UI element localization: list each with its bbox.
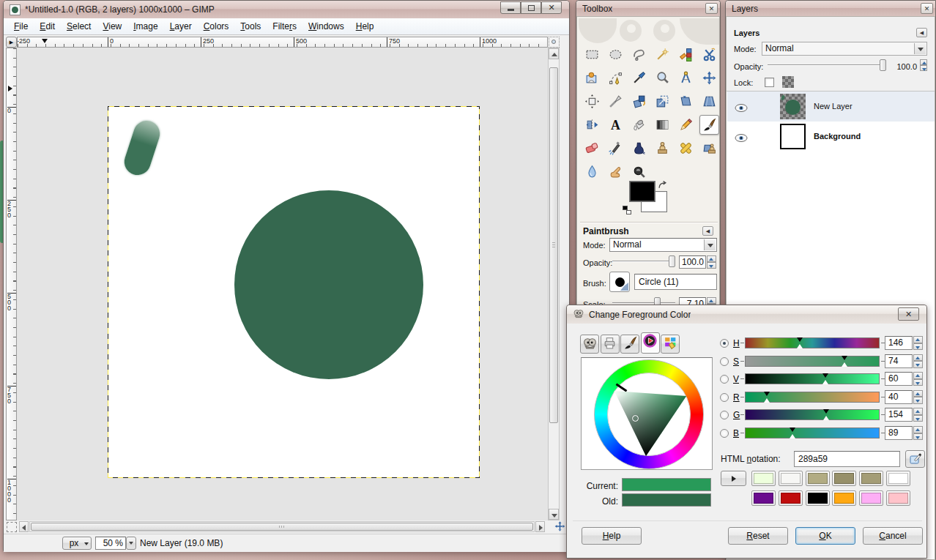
layer-opacity-spinner[interactable] — [920, 59, 927, 71]
foreground-color-swatch[interactable] — [629, 181, 655, 202]
history-swatch[interactable] — [832, 490, 856, 506]
history-swatch[interactable] — [859, 490, 883, 506]
layer-visible-icon[interactable] — [735, 102, 748, 115]
slider-value-b[interactable]: 89 — [885, 426, 913, 440]
radio-b[interactable] — [720, 429, 729, 438]
layer-name[interactable]: New Layer — [814, 102, 853, 111]
slider-value-r[interactable]: 40 — [885, 390, 913, 404]
paint-opacity-value[interactable]: 100.0 — [679, 255, 706, 269]
ok-button[interactable]: OK — [795, 527, 855, 545]
radio-v[interactable] — [720, 375, 729, 384]
tool-perspective-clone[interactable] — [699, 138, 719, 158]
close-button[interactable]: ✕ — [541, 1, 562, 14]
tool-clone[interactable] — [653, 138, 672, 158]
slider-spinner-h[interactable] — [913, 336, 923, 350]
vertical-ruler[interactable]: 02505007501000 — [6, 48, 17, 520]
tool-scissors-select[interactable] — [699, 45, 719, 64]
tool-perspective[interactable] — [699, 92, 719, 111]
tab-printer-selector[interactable] — [601, 335, 620, 354]
help-button[interactable]: Help — [582, 527, 642, 545]
layer-mode-dropdown-arrow[interactable] — [914, 43, 926, 54]
slider-marker-top[interactable] — [823, 409, 829, 414]
scroll-left-arrow[interactable] — [19, 521, 29, 532]
slider-value-s[interactable]: 74 — [885, 354, 913, 368]
tool-ellipse-select[interactable] — [606, 45, 625, 64]
maximize-button[interactable] — [521, 1, 541, 14]
menu-edit[interactable]: Edit — [34, 18, 61, 34]
tab-gimp-selector[interactable] — [580, 335, 599, 354]
tool-paths[interactable] — [606, 68, 625, 88]
slider-marker-bottom[interactable] — [842, 362, 847, 367]
menu-tools[interactable]: Tools — [234, 18, 267, 34]
menu-image[interactable]: Image — [127, 18, 163, 34]
tool-measure[interactable] — [676, 68, 696, 88]
tool-foreground-select[interactable] — [582, 68, 602, 88]
swap-colors-icon[interactable] — [658, 179, 667, 193]
tool-crop[interactable] — [606, 92, 625, 111]
tool-dodge-burn[interactable] — [629, 162, 649, 182]
layers-collapse-icon[interactable]: ◀ — [916, 28, 927, 37]
zoom-follow-icon[interactable] — [549, 37, 560, 48]
history-swatch[interactable] — [751, 490, 776, 506]
slider-marker-top[interactable] — [842, 356, 847, 360]
layer-mode-dropdown[interactable]: Normal — [762, 42, 927, 56]
paint-mode-dropdown[interactable]: Normal — [609, 238, 717, 252]
tool-blur-sharpen[interactable] — [582, 162, 602, 182]
minimize-button[interactable] — [500, 1, 521, 14]
tab-wheel-selector[interactable] — [641, 332, 660, 354]
radio-r[interactable] — [720, 393, 729, 402]
main-titlebar[interactable]: *Untitled-1.0 (RGB, 2 layers) 1000x1000 … — [4, 1, 569, 18]
slider-spinner-b[interactable] — [913, 426, 923, 440]
default-colors-icon[interactable] — [623, 206, 631, 214]
scroll-right-arrow[interactable] — [535, 521, 545, 532]
radio-g[interactable] — [720, 411, 729, 419]
slider-spinner-r[interactable] — [913, 390, 923, 404]
slider-marker-bottom[interactable] — [797, 344, 803, 348]
slider-bar-r[interactable] — [745, 392, 880, 403]
slider-bar-v[interactable] — [745, 373, 880, 384]
history-swatch[interactable] — [859, 471, 883, 486]
layer-name[interactable]: Background — [814, 132, 861, 141]
tool-blend[interactable] — [653, 115, 672, 135]
tool-text[interactable]: A — [606, 115, 625, 135]
menu-filters[interactable]: Filters — [267, 18, 302, 34]
color-wheel-panel[interactable] — [581, 357, 713, 470]
radio-h[interactable] — [720, 339, 729, 348]
menu-windows[interactable]: Windows — [302, 18, 350, 34]
slider-value-v[interactable]: 60 — [885, 372, 913, 386]
color-dialog-close-button[interactable]: ✕ — [898, 307, 919, 321]
history-swatch[interactable] — [779, 471, 803, 486]
toolbox-titlebar[interactable]: Toolbox ✕ — [576, 1, 720, 16]
layer-opacity-slider[interactable] — [768, 59, 886, 71]
paint-opacity-slider[interactable] — [612, 255, 675, 267]
quick-mask-button[interactable] — [7, 522, 17, 532]
slider-value-g[interactable]: 154 — [885, 408, 913, 422]
history-swatch[interactable] — [832, 471, 856, 486]
layer-visible-icon[interactable] — [735, 132, 748, 145]
navigation-button[interactable] — [554, 520, 566, 532]
tool-free-select[interactable] — [629, 45, 649, 64]
history-swatch[interactable] — [886, 471, 910, 486]
layers-close-icon[interactable]: ✕ — [921, 3, 933, 14]
history-swatch[interactable] — [806, 490, 830, 506]
reset-button[interactable]: Reset — [728, 527, 788, 545]
slider-value-h[interactable]: 146 — [885, 336, 913, 350]
vscroll-thumb[interactable] — [549, 67, 558, 423]
history-swatch[interactable] — [806, 471, 830, 486]
paint-mode-dropdown-arrow[interactable] — [704, 239, 716, 250]
tool-zoom[interactable] — [653, 68, 672, 88]
slider-spinner-s[interactable] — [913, 354, 923, 368]
menu-view[interactable]: View — [97, 18, 127, 34]
layer-row-background[interactable]: Background — [727, 122, 935, 152]
canvas[interactable] — [108, 106, 480, 478]
paint-opacity-spinner[interactable] — [707, 255, 716, 269]
menu-layer[interactable]: Layer — [164, 18, 198, 34]
menu-select[interactable]: Select — [61, 18, 97, 34]
tool-color-picker[interactable] — [629, 68, 649, 88]
tool-scale[interactable] — [653, 92, 672, 111]
brush-name-field[interactable]: Circle (11) — [634, 274, 717, 290]
tool-flip[interactable] — [582, 115, 602, 135]
vertical-scrollbar[interactable] — [548, 48, 560, 520]
tab-paintbrush-selector[interactable] — [620, 335, 639, 354]
tool-smudge[interactable] — [606, 162, 625, 182]
